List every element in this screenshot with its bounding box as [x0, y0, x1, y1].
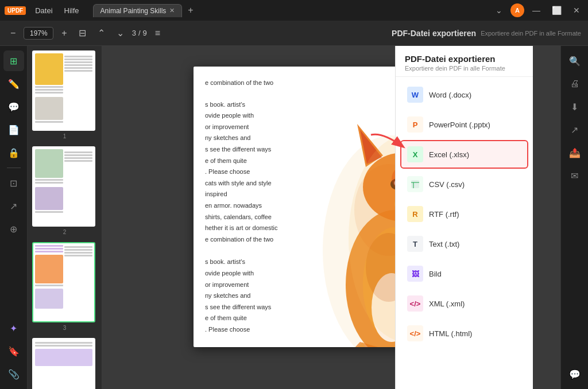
right-share-icon[interactable]: ↗ [564, 119, 585, 140]
svg-rect-21 [411, 180, 419, 188]
pdf-line-11: en armor. nowadays [205, 201, 320, 211]
thumbnail-page-3[interactable]: 3 [32, 242, 97, 331]
total-pages: 9 [143, 29, 147, 37]
page-navigation: 3 / 9 [132, 29, 147, 37]
page-separator: / [138, 29, 141, 37]
right-sidebar: 🔍 🖨 ⬇ ↗ 📤 ✉ 💬 [560, 46, 588, 389]
pdf-line-21: . Please choose [205, 325, 320, 335]
export-rtf-item[interactable]: R RTF (.rtf) [400, 200, 528, 228]
csv-icon [407, 176, 423, 192]
export-panel-subtitle-toolbar: Exportiere dein PDF in alle Formate [481, 30, 581, 37]
pdf-line-5: ny sketches and [205, 133, 320, 143]
right-search-icon[interactable]: 🔍 [564, 50, 585, 71]
export-html-item[interactable]: </> HTML (.html) [400, 319, 528, 348]
thumbnail-panel: 1 [28, 46, 102, 389]
export-panel-title: PDF-Datei exportieren [405, 54, 524, 64]
sidebar-ocr-icon[interactable]: ⊡ [3, 173, 24, 193]
tab-add-button[interactable]: + [184, 4, 196, 17]
tab-animal-painting[interactable]: Animal Painting Skills ✕ [93, 4, 183, 17]
sidebar-compress-icon[interactable]: ⊕ [3, 219, 24, 239]
right-chat-icon[interactable]: 💬 [564, 364, 585, 384]
pdf-line-20: e of them quite [205, 313, 320, 324]
window-minimize-button[interactable]: — [529, 5, 544, 16]
pdf-line-8: . Please choose [205, 167, 320, 177]
excel-label: Excel (.xlsx) [429, 150, 469, 159]
pdf-line-4: or improvement [205, 122, 320, 133]
sidebar-home-icon[interactable]: ⊞ [3, 50, 24, 71]
sidebar-comment-icon[interactable]: 💬 [3, 96, 24, 117]
pdf-text-column: e combination of the two s book. artist'… [205, 78, 320, 334]
export-csv-item[interactable]: CSV (.csv) [400, 170, 528, 199]
export-xml-item[interactable]: </> XML (.xml) [400, 289, 528, 318]
csv-label: CSV (.csv) [429, 180, 465, 189]
zoom-in-button[interactable]: + [58, 26, 70, 41]
zoom-level-display: 197% [24, 27, 53, 40]
app-logo: UPDF [5, 6, 26, 15]
rtf-icon: R [407, 206, 423, 222]
pdf-line-9: cats with style and style [205, 178, 320, 189]
left-sidebar: ⊞ ✏️ 💬 📄 🔒 ⊡ ↗ ⊕ ✦ 🔖 📎 [0, 46, 28, 389]
ppt-icon: P [407, 116, 423, 133]
sidebar-protect-icon[interactable]: 🔒 [3, 142, 24, 163]
window-maximize-button[interactable]: ⬜ [548, 5, 565, 16]
xml-label: XML (.xml) [429, 299, 465, 308]
thumbnail-page-1[interactable]: 1 [32, 50, 97, 139]
toolbar: − 197% + ⊟ ⌃ ⌄ 3 / 9 ≡ PDF-Datei exporti… [0, 21, 588, 46]
thumbnail-page-2[interactable]: 2 [32, 146, 97, 235]
thumb-label-2: 2 [32, 229, 97, 235]
img-label: Bild [429, 270, 442, 278]
fit-page-button[interactable]: ⊟ [75, 25, 90, 41]
window-close-button[interactable]: ✕ [570, 5, 583, 16]
sidebar-convert-icon[interactable]: ↗ [3, 196, 24, 216]
export-panel-title-toolbar: PDF-Datei exportieren [392, 29, 476, 38]
user-avatar: A [510, 3, 524, 17]
ppt-label: PowerPoint (.pptx) [429, 120, 490, 129]
menu-datei[interactable]: Datei [30, 5, 57, 17]
pdf-content-area: e combination of the two s book. artist'… [102, 46, 560, 389]
rtf-label: RTF (.rtf) [429, 210, 459, 219]
pdf-line-13: hether it is art or domestic [205, 223, 320, 234]
menu-hilfe[interactable]: Hilfe [60, 5, 84, 17]
next-page-button[interactable]: ⌄ [113, 25, 127, 41]
pdf-line-7: e of them quite [205, 156, 320, 166]
thumb-label-3: 3 [32, 325, 97, 331]
export-word-item[interactable]: W Word (.docx) [400, 80, 528, 109]
pdf-line-17: or improvement [205, 280, 320, 290]
window-expand-icon: ⌄ [492, 5, 506, 16]
sidebar-bookmark-icon[interactable]: 🔖 [3, 341, 24, 361]
pdf-line-14: e combination of the two [205, 235, 320, 245]
sidebar-attachment-icon[interactable]: 📎 [3, 364, 24, 384]
right-mail-icon[interactable]: ✉ [564, 165, 585, 186]
sidebar-pages-icon[interactable]: 📄 [3, 119, 24, 140]
tab-label: Animal Painting Skills [100, 7, 167, 15]
titlebar: UPDF Datei Hilfe Animal Painting Skills … [0, 0, 588, 21]
export-panel-subtitle: Exportiere dein PDF in alle Formate [405, 65, 524, 72]
txt-icon: T [407, 236, 423, 252]
main-layout: ⊞ ✏️ 💬 📄 🔒 ⊡ ↗ ⊕ ✦ 🔖 📎 [0, 46, 588, 389]
excel-icon: X [407, 146, 423, 162]
xml-icon: </> [407, 295, 423, 312]
pdf-line-15: s book. artist's [205, 257, 320, 267]
sidebar-ai-icon[interactable]: ✦ [3, 318, 24, 339]
tab-bar: Animal Painting Skills ✕ + [93, 4, 488, 17]
page-list-button[interactable]: ≡ [152, 26, 164, 41]
export-panel: PDF-Datei exportieren Exportiere dein PD… [395, 46, 533, 389]
export-panel-header: PDF-Datei exportieren Exportiere dein PD… [396, 46, 533, 77]
txt-label: Text (.txt) [429, 240, 459, 248]
sidebar-edit-icon[interactable]: ✏️ [3, 73, 24, 94]
export-excel-item[interactable]: X Excel (.xlsx) [400, 140, 528, 169]
right-download-icon[interactable]: ⬇ [564, 96, 585, 117]
tab-close-icon[interactable]: ✕ [169, 7, 175, 14]
export-ppt-item[interactable]: P PowerPoint (.pptx) [400, 110, 528, 139]
menu-bar: Datei Hilfe [30, 5, 83, 17]
right-print-icon[interactable]: 🖨 [564, 73, 585, 94]
thumbnail-page-4[interactable] [32, 338, 97, 389]
prev-page-top-button[interactable]: ⌃ [94, 25, 109, 41]
right-export-icon[interactable]: 📤 [564, 142, 585, 163]
pdf-line-16: ovide people with [205, 269, 320, 279]
export-img-item[interactable]: 🖼 Bild [400, 259, 528, 288]
pdf-line-1: e combination of the two [205, 78, 320, 88]
export-txt-item[interactable]: T Text (.txt) [400, 229, 528, 258]
pdf-line-10: inspired [205, 189, 320, 200]
zoom-out-button[interactable]: − [7, 26, 19, 41]
